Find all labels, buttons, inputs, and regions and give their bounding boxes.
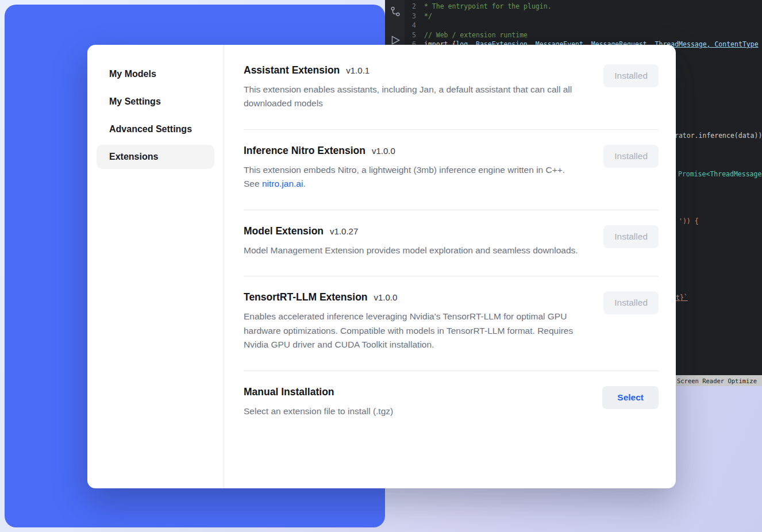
code-fragment: rator.inference(data)); [675, 132, 762, 140]
extension-name: Assistant Extension [244, 64, 340, 76]
sidebar-item-extensions[interactable]: Extensions [97, 145, 214, 169]
extension-row-assistant: Assistant Extension v1.0.1 This extensio… [244, 60, 659, 130]
installed-button[interactable]: Installed [603, 291, 659, 314]
line-number: 3 [405, 11, 424, 21]
extension-version: v1.0.27 [330, 226, 358, 236]
run-icon[interactable] [390, 34, 401, 46]
code-text: * The entrypoint for the plugin. [424, 2, 552, 11]
extension-name: TensortRT-LLM Extension [244, 291, 368, 303]
code-line: 3 */ [405, 11, 762, 21]
extension-description: This extension enables assistants, inclu… [244, 83, 580, 111]
manual-installation-description: Select an extension file to install (.tg… [244, 404, 393, 418]
line-number: 4 [405, 21, 424, 30]
code-text: // Web / extension runtime [424, 30, 528, 40]
screen-reader-status-button[interactable]: Screen Reader Optimize [672, 375, 762, 386]
installed-button[interactable]: Installed [603, 225, 659, 248]
extensions-panel: Assistant Extension v1.0.1 This extensio… [224, 45, 676, 488]
code-fragment: t}` [676, 294, 688, 302]
sidebar-item-my-settings[interactable]: My Settings [97, 90, 214, 114]
description-text: . [303, 179, 305, 188]
line-number: 2 [405, 2, 424, 11]
manual-installation-title: Manual Installation [244, 386, 334, 398]
installed-button[interactable]: Installed [603, 64, 659, 87]
code-line: 5 // Web / extension runtime [405, 30, 762, 40]
extension-description: This extension embeds Nitro, a lightweig… [244, 163, 580, 191]
description-text: Enables accelerated inference leveraging… [244, 311, 573, 349]
extension-version: v1.0.0 [374, 292, 398, 302]
code-fragment: ')) { [679, 217, 699, 225]
editor-code-area: 2 * The entrypoint for the plugin. 3 */ … [405, 2, 762, 49]
settings-card: My Models My Settings Advanced Settings … [87, 45, 676, 488]
settings-sidebar: My Models My Settings Advanced Settings … [87, 45, 224, 488]
code-text: */ [424, 11, 432, 21]
code-line: 4 [405, 21, 762, 30]
line-number: 5 [405, 30, 424, 40]
sidebar-item-advanced-settings[interactable]: Advanced Settings [97, 117, 214, 141]
description-text: Model Management Extension provides mode… [244, 245, 578, 255]
extension-row-inference-nitro: Inference Nitro Extension v1.0.0 This ex… [244, 130, 659, 210]
description-text: This extension enables assistants, inclu… [244, 84, 572, 108]
extension-row-tensorrt-llm: TensortRT-LLM Extension v1.0.0 Enables a… [244, 276, 659, 371]
code-line: 2 * The entrypoint for the plugin. [405, 2, 762, 11]
extension-name: Inference Nitro Extension [244, 145, 365, 157]
extension-version: v1.0.0 [372, 146, 395, 156]
extension-description: Model Management Extension provides mode… [244, 244, 578, 257]
sidebar-item-my-models[interactable]: My Models [97, 62, 214, 86]
select-file-button[interactable]: Select [602, 386, 659, 409]
installed-button[interactable]: Installed [603, 145, 659, 168]
extension-row-model: Model Extension v1.0.27 Model Management… [244, 210, 659, 276]
manual-installation-row: Manual Installation Select an extension … [244, 371, 659, 435]
extension-description: Enables accelerated inference leveraging… [244, 310, 580, 352]
code-fragment: Promise<ThreadMessage> [678, 170, 762, 178]
extension-version: v1.0.1 [346, 65, 370, 75]
nitro-jan-ai-link[interactable]: nitro.jan.ai [262, 179, 303, 188]
source-control-icon[interactable] [390, 6, 401, 17]
extension-name: Model Extension [244, 225, 324, 237]
